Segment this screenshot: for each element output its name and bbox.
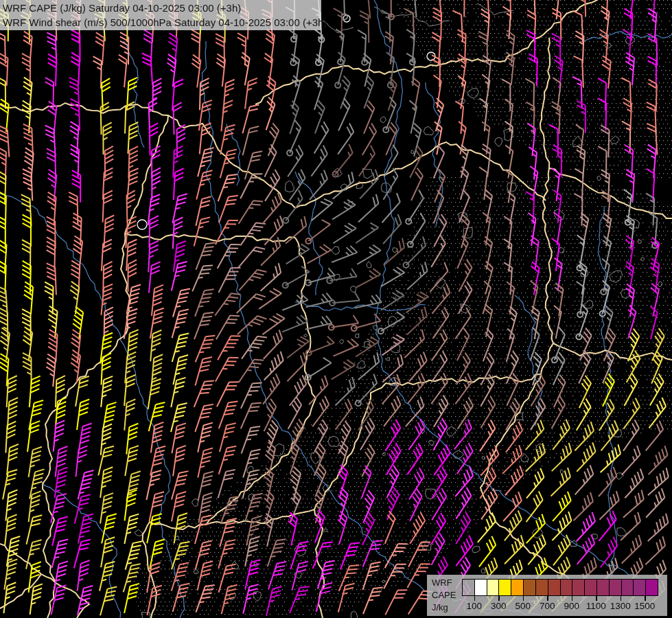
- forecast-title-panel: WRF CAPE (J/kg) Saturday 04-10-2025 03:0…: [0, 0, 321, 30]
- legend-tick: [474, 595, 476, 601]
- legend-colorbar: [462, 579, 658, 596]
- legend-cell: [474, 580, 487, 595]
- legend-cell: [511, 580, 523, 595]
- legend-cell: [535, 580, 548, 595]
- legend-cell: [596, 580, 609, 595]
- legend-cell: [548, 580, 560, 595]
- legend-cell: [487, 580, 499, 595]
- legend-cell: [560, 580, 572, 595]
- title-wind-shear: WRF Wind shear (m/s) 500/1000hPa Saturda…: [3, 15, 321, 30]
- title-cape: WRF CAPE (J/kg) Saturday 04-10-2025 03:0…: [3, 1, 321, 15]
- map-canvas: [0, 0, 672, 618]
- legend-tick: [498, 595, 500, 601]
- legend-tick-label: 500: [515, 601, 531, 611]
- legend-tick-label: 100: [466, 601, 482, 611]
- legend-cell: [633, 580, 645, 595]
- legend-cell: [621, 580, 634, 595]
- legend-tick-label: 300: [491, 601, 507, 611]
- legend-tick-label: 1100: [586, 601, 606, 611]
- legend-tick-label: 1500: [634, 601, 655, 611]
- legend-title: WRF CAPE J/kg: [432, 577, 456, 614]
- legend-title-line2: CAPE: [432, 589, 456, 602]
- legend-cell: [572, 580, 584, 595]
- legend-title-line3: J/kg: [432, 602, 456, 614]
- legend-cell: [645, 580, 658, 595]
- legend-tick: [547, 595, 548, 601]
- cape-legend: WRF CAPE J/kg 10030050070090011001300150…: [427, 575, 667, 616]
- legend-title-line1: WRF: [432, 577, 456, 589]
- legend-tick: [596, 595, 597, 601]
- legend-tick: [621, 595, 622, 601]
- wrf-weather-map: WRF CAPE (J/kg) Saturday 04-10-2025 03:0…: [0, 0, 672, 618]
- legend-tick-label: 900: [564, 601, 579, 611]
- legend-cell: [523, 580, 535, 595]
- legend-cell: [584, 580, 596, 595]
- legend-tick: [572, 595, 573, 601]
- legend-tick: [523, 595, 524, 601]
- legend-tick-label: 1300: [610, 601, 631, 611]
- legend-cell: [463, 580, 474, 595]
- legend-tick: [645, 595, 646, 601]
- legend-cell: [609, 580, 621, 595]
- legend-cell: [498, 580, 511, 595]
- legend-tick-label: 700: [540, 601, 555, 611]
